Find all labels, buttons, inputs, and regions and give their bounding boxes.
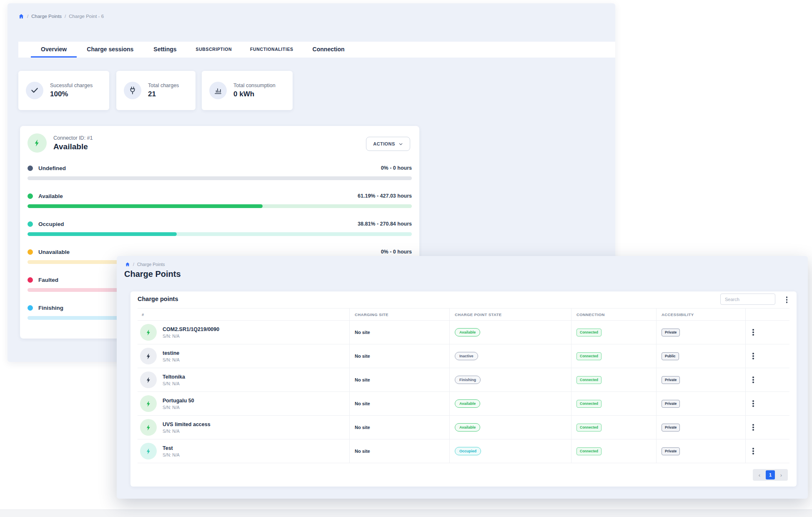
card-menu-kebab-icon[interactable] — [784, 295, 789, 305]
col-header-actions — [745, 309, 789, 320]
breadcrumb-current: Charge Point - 6 — [69, 14, 104, 19]
check-icon — [26, 82, 43, 99]
connection-badge: Connected — [576, 447, 601, 455]
stat-label: Total charges — [148, 83, 179, 88]
serial-number: S/N: N/A — [163, 381, 185, 386]
stat-card-total-consumption: Total consumption 0 kWh — [202, 71, 293, 110]
bolt-icon — [140, 371, 157, 388]
charge-points-table: # CHARGING SITE CHARGE POINT STATE CONNE… — [138, 308, 789, 463]
charge-point-name: Portugalu 50 — [163, 398, 194, 404]
connection-badge: Connected — [576, 376, 601, 384]
progress-track — [28, 232, 412, 236]
row-menu-kebab-icon[interactable] — [751, 399, 756, 409]
status-dot — [28, 249, 33, 255]
charging-site: No site — [355, 330, 370, 335]
status-dot — [28, 166, 33, 171]
bolt-icon — [140, 395, 157, 412]
breadcrumb-link-charge-points[interactable]: Charge Points — [31, 14, 62, 19]
stat-label: Sucessful charges — [50, 83, 93, 88]
accessibility-badge: Private — [662, 424, 680, 432]
row-menu-kebab-icon[interactable] — [751, 422, 756, 432]
table-row[interactable]: Portugalu 50 S/N: N/A No site Available … — [138, 392, 789, 416]
row-menu-kebab-icon[interactable] — [751, 327, 756, 337]
state-badge: Available — [455, 399, 480, 408]
col-header-accessibility: ACCESSIBILITY — [656, 309, 745, 320]
table-row[interactable]: Test S/N: N/A No site Occupied Connected… — [138, 439, 789, 463]
status-label: Faulted — [38, 277, 58, 283]
table-row[interactable]: Teltonika S/N: N/A No site Finishing Con… — [138, 368, 789, 392]
serial-number: S/N: N/A — [163, 429, 211, 434]
progress-track — [28, 176, 412, 180]
chart-icon — [209, 82, 227, 99]
plug-icon — [124, 82, 141, 99]
page-title: Charge Points — [124, 269, 181, 279]
chevron-down-icon — [398, 142, 403, 146]
bolt-icon — [140, 443, 157, 459]
pagination: ‹ 1 › — [753, 469, 788, 481]
table-row[interactable]: UVS limited access S/N: N/A No site Avai… — [138, 416, 789, 439]
status-value: 38.81% - 270.84 hours — [358, 221, 412, 227]
serial-number: S/N: N/A — [163, 405, 194, 410]
col-header-charge-point-state: CHARGE POINT STATE — [449, 309, 571, 320]
card-title: Charge points — [138, 296, 178, 302]
pagination-prev-button[interactable]: ‹ — [754, 470, 765, 479]
state-badge: Inactive — [455, 352, 478, 360]
charge-point-name: testine — [163, 350, 180, 356]
stat-value: 100% — [50, 90, 93, 98]
stat-value: 0 kWh — [233, 90, 276, 98]
connection-badge: Connected — [576, 329, 601, 336]
accessibility-badge: Private — [662, 447, 680, 455]
bolt-icon — [140, 324, 157, 341]
tab-charge-sessions[interactable]: Charge sessions — [77, 42, 143, 58]
state-badge: Occupied — [455, 447, 481, 455]
stat-card-successful-charges: Sucessful charges 100% — [18, 71, 109, 110]
connection-badge: Connected — [576, 424, 601, 432]
actions-button-label: ACTIONS — [373, 141, 395, 146]
col-header-connection: CONNECTION — [571, 309, 656, 320]
progress-fill — [28, 204, 263, 208]
accessibility-badge: Public — [662, 352, 679, 360]
pagination-next-button[interactable]: › — [776, 470, 787, 479]
tab-functionalities[interactable]: FUNCTIONALITIES — [241, 42, 303, 58]
table-row[interactable]: testine S/N: N/A No site Inactive Connec… — [138, 344, 789, 368]
charging-site: No site — [355, 377, 370, 382]
table-header: # CHARGING SITE CHARGE POINT STATE CONNE… — [138, 308, 789, 321]
stat-card-total-charges: Total charges 21 — [116, 71, 195, 110]
stat-value: 21 — [148, 90, 179, 98]
row-menu-kebab-icon[interactable] — [751, 375, 756, 385]
tab-connection[interactable]: Connection — [303, 42, 355, 58]
actions-button[interactable]: ACTIONS — [366, 137, 410, 151]
breadcrumb-separator: / — [133, 262, 134, 267]
charge-points-list-window: / Charge Points Charge Points Charge poi… — [117, 256, 808, 499]
pagination-page-1[interactable]: 1 — [766, 470, 775, 479]
status-row-occupied: Occupied 38.81% - 270.84 hours — [28, 221, 412, 238]
col-header-charging-site: CHARGING SITE — [349, 309, 449, 320]
status-dot — [28, 305, 33, 311]
charge-point-name: Test — [163, 445, 180, 451]
table-row[interactable]: COM2.SR1/1Q219/0090 S/N: N/A No site Ava… — [138, 321, 789, 344]
status-value: 0% - 0 hours — [381, 165, 412, 171]
home-icon[interactable] — [18, 13, 24, 19]
tab-subscription[interactable]: SUBSCRIPTION — [187, 42, 241, 58]
status-dot — [28, 221, 33, 227]
state-badge: Finishing — [455, 376, 481, 384]
tab-overview[interactable]: Overview — [31, 42, 77, 58]
status-value: 0% - 0 hours — [381, 249, 412, 255]
row-menu-kebab-icon[interactable] — [751, 351, 756, 361]
desktop: / Charge Points / Charge Point - 6 Overv… — [0, 0, 812, 517]
connector-id-label: Connector ID: #1 — [53, 135, 93, 141]
status-dot — [28, 277, 33, 283]
tab-settings[interactable]: Settings — [143, 42, 186, 58]
breadcrumb: / Charge Points / Charge Point - 6 — [18, 13, 104, 19]
search-input[interactable] — [720, 294, 775, 305]
status-row-undefined: Undefined 0% - 0 hours — [28, 165, 412, 182]
row-menu-kebab-icon[interactable] — [751, 446, 756, 456]
status-label: Available — [38, 193, 63, 199]
serial-number: S/N: N/A — [163, 452, 180, 457]
bolt-icon — [28, 133, 47, 153]
serial-number: S/N: N/A — [163, 357, 180, 362]
accessibility-badge: Private — [662, 376, 680, 384]
home-icon[interactable] — [125, 262, 130, 267]
charge-point-name: UVS limited access — [163, 422, 211, 427]
serial-number: S/N: N/A — [163, 334, 219, 339]
